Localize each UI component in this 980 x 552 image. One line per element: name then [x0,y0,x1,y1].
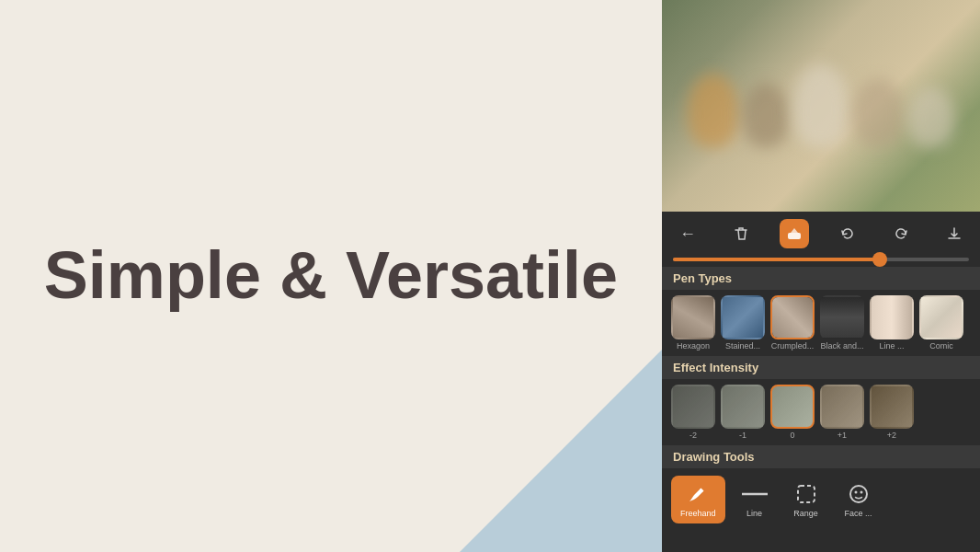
slider-thumb[interactable] [872,252,887,267]
pen-type-stained-label: Stained... [725,341,760,351]
pen-type-stained[interactable]: Stained... [721,295,765,351]
face-tool-button[interactable]: Face ... [836,476,882,523]
photo-overlay [662,0,980,212]
pen-type-black[interactable]: Black and... [820,295,864,351]
range-icon [793,481,819,507]
pen-type-hexagon-label: Hexagon [677,341,710,351]
effect-intensity-row: -2 -1 0 +1 +2 [662,379,980,445]
effect-minus-1[interactable]: -1 [721,385,765,440]
pen-thumb-inner [822,297,862,338]
pen-type-crumpled[interactable]: Crumpled... [770,295,815,351]
person-silhouette [908,87,954,147]
back-button[interactable]: ← [673,219,702,248]
people-group [688,64,954,147]
slider-track[interactable] [673,258,969,261]
effect-zero-img [770,385,815,429]
line-icon [742,481,768,507]
headline: Simple & Versatile [7,239,655,312]
person-silhouette [853,78,904,147]
pen-type-line-art[interactable]: Line ... [870,295,914,351]
effect-intensity-label: Effect Intensity [662,356,980,379]
range-tool-button[interactable]: Range [784,476,828,523]
toolbar: ← [662,212,980,256]
effect-plus1-label: +1 [838,431,847,440]
effect-zero[interactable]: 0 [770,385,815,440]
pen-type-crumpled-label: Crumpled... [771,341,815,351]
effect-zero-label: 0 [790,431,794,440]
svg-rect-0 [788,233,801,239]
person-silhouette [793,64,849,147]
effect-plus2-label: +2 [887,431,896,440]
pen-type-hexagon[interactable]: Hexagon [671,295,715,351]
face-icon [846,481,872,507]
pen-type-black-label: Black and... [820,341,863,351]
pen-thumb-inner [723,297,763,338]
effect-minus2-img [671,385,715,429]
undo-button[interactable] [833,219,862,248]
left-panel: Simple & Versatile [0,0,662,552]
pen-type-comic[interactable]: Comic [919,295,963,351]
effect-plus-2[interactable]: +2 [870,385,914,440]
person-silhouette [743,83,789,147]
svg-point-3 [850,486,867,502]
effect-minus1-img [721,385,765,429]
right-panel: ← [662,0,980,552]
pen-type-crumpled-img [770,295,815,339]
pen-type-comic-img [919,295,963,339]
pen-types-row: Hexagon Stained... Crumpled... Black and… [662,290,980,356]
pen-thumb-inner [673,297,713,338]
pen-type-stained-img [721,295,765,339]
face-label: Face ... [845,509,872,518]
photo-area [662,0,980,212]
range-label: Range [793,509,818,518]
effect-minus-2[interactable]: -2 [671,385,715,440]
slider-fill [673,258,880,261]
effect-plus1-img [820,385,864,429]
pen-type-line-art-img [870,295,914,339]
line-tool-button[interactable]: Line [733,476,777,523]
svg-point-4 [854,491,857,494]
pen-types-label: Pen Types [662,267,980,290]
drawing-tools-row: Freehand Line Range [662,468,980,531]
brush-icon [685,481,711,507]
freehand-label: Freehand [680,509,716,518]
effect-minus1-label: -1 [739,431,746,440]
pen-type-line-art-label: Line ... [879,341,904,351]
pen-type-comic-label: Comic [929,341,953,351]
brush-size-slider-row [662,256,980,267]
effect-minus2-label: -2 [689,431,697,440]
pen-thumb-inner [872,297,912,338]
effect-plus-1[interactable]: +1 [820,385,864,440]
decorative-triangle [460,350,662,552]
line-label: Line [746,509,762,518]
person-silhouette [688,74,738,147]
pen-type-hexagon-img [671,295,715,339]
photo-background [662,0,980,212]
drawing-tools-label: Drawing Tools [662,445,980,468]
eraser-button[interactable] [780,219,809,248]
svg-point-5 [860,491,862,494]
pen-type-black-img [820,295,864,339]
download-button[interactable] [940,219,969,248]
pen-thumb-inner [921,297,962,338]
redo-button[interactable] [886,219,916,248]
pen-thumb-inner [772,297,813,338]
delete-button[interactable] [726,219,756,248]
svg-rect-2 [798,486,815,502]
freehand-tool-button[interactable]: Freehand [671,476,725,523]
effect-plus2-img [870,385,914,429]
